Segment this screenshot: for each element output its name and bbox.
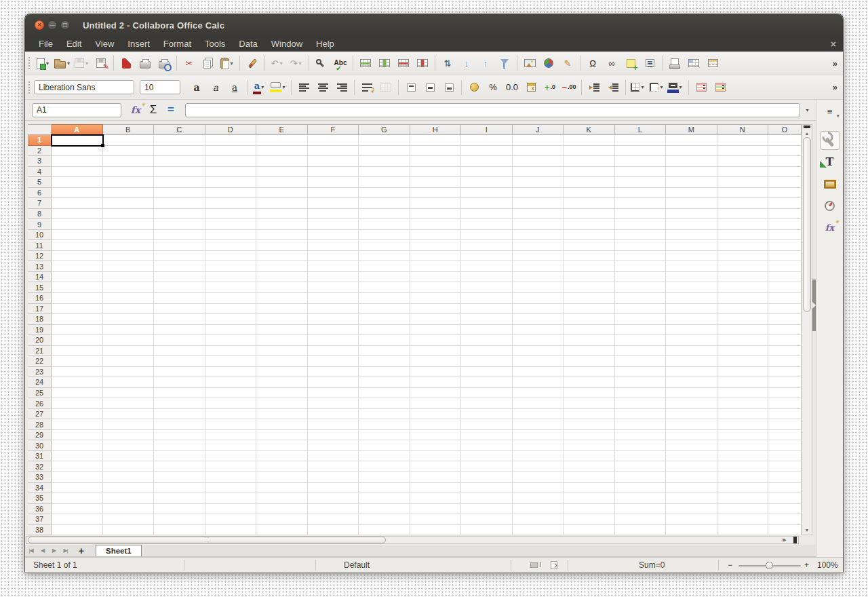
cell[interactable]: [564, 167, 615, 178]
cell[interactable]: [103, 272, 155, 283]
find-and-replace-button[interactable]: [313, 54, 330, 73]
cell[interactable]: [615, 398, 667, 409]
cell[interactable]: [768, 261, 802, 272]
menu-tools[interactable]: Tools: [198, 37, 232, 50]
zoom-level[interactable]: 100%: [817, 558, 838, 573]
cell[interactable]: [513, 251, 564, 262]
cell[interactable]: [666, 493, 717, 504]
cell[interactable]: [359, 335, 410, 346]
cell[interactable]: [666, 409, 717, 420]
zoom-out-button[interactable]: −: [728, 558, 732, 573]
cell[interactable]: [615, 188, 667, 199]
cell[interactable]: [717, 356, 769, 367]
cell[interactable]: [410, 451, 462, 462]
cell[interactable]: [564, 461, 615, 472]
cell[interactable]: [666, 388, 717, 399]
cell[interactable]: [461, 304, 513, 315]
cell[interactable]: [256, 282, 308, 293]
cell[interactable]: [666, 314, 717, 325]
cell[interactable]: [615, 135, 667, 146]
cell[interactable]: [461, 209, 513, 220]
cell[interactable]: [768, 483, 802, 494]
cell[interactable]: [513, 219, 564, 230]
cell[interactable]: [52, 377, 103, 388]
row-header-21[interactable]: 21: [28, 346, 52, 357]
select-all-corner[interactable]: [28, 124, 52, 135]
row-header-26[interactable]: 26: [28, 398, 52, 409]
decrease-indent-button[interactable]: [604, 78, 622, 96]
vertical-scrollbar-thumb[interactable]: [803, 137, 811, 312]
cell[interactable]: [513, 483, 564, 494]
cell[interactable]: [359, 409, 410, 420]
cell[interactable]: [103, 430, 155, 441]
menu-view[interactable]: View: [88, 37, 121, 50]
copy-button[interactable]: [199, 54, 217, 73]
cell[interactable]: [103, 377, 155, 388]
selection-sum[interactable]: Sum=0: [639, 558, 665, 573]
cell[interactable]: [717, 525, 769, 536]
cell[interactable]: [256, 335, 308, 346]
cell[interactable]: [205, 240, 257, 251]
insert-comment-button[interactable]: [622, 54, 639, 73]
row-header-5[interactable]: 5: [28, 177, 52, 188]
cell[interactable]: [768, 493, 802, 504]
cell[interactable]: [615, 219, 667, 230]
cell[interactable]: [513, 293, 564, 304]
cell[interactable]: [461, 188, 513, 199]
cell[interactable]: [103, 472, 155, 483]
cell[interactable]: [103, 440, 155, 451]
cell[interactable]: [103, 251, 155, 262]
cell[interactable]: [564, 240, 615, 251]
cell[interactable]: [154, 261, 205, 272]
cell[interactable]: [666, 272, 717, 283]
column-header-E[interactable]: E: [256, 124, 308, 135]
cell[interactable]: [154, 293, 205, 304]
split-window-button[interactable]: [704, 54, 722, 73]
menu-edit[interactable]: Edit: [60, 37, 88, 50]
cell[interactable]: [564, 398, 615, 409]
sheet-tab-sheet1[interactable]: Sheet1: [96, 545, 142, 556]
cell[interactable]: [513, 282, 564, 293]
cell[interactable]: [615, 198, 667, 209]
new-document-button[interactable]: ▾: [35, 54, 52, 73]
cell[interactable]: [717, 135, 769, 146]
cell[interactable]: [461, 409, 513, 420]
row-header-3[interactable]: 3: [28, 156, 52, 167]
cell[interactable]: [103, 367, 155, 378]
cell[interactable]: [103, 209, 155, 220]
cell[interactable]: [256, 514, 308, 525]
cell[interactable]: [513, 419, 564, 430]
cell[interactable]: [256, 261, 308, 272]
cell[interactable]: [564, 198, 615, 209]
cell[interactable]: [308, 525, 359, 536]
cell[interactable]: [205, 388, 257, 399]
cut-button[interactable]: ✂: [180, 54, 198, 73]
cell[interactable]: [513, 493, 564, 504]
zoom-slider[interactable]: [738, 565, 801, 566]
cell[interactable]: [103, 146, 155, 157]
cell[interactable]: [768, 451, 802, 462]
cell[interactable]: [154, 167, 205, 178]
row-header-24[interactable]: 24: [28, 377, 52, 388]
cell[interactable]: [461, 240, 513, 251]
cell[interactable]: [308, 514, 359, 525]
column-header-B[interactable]: B: [103, 124, 155, 135]
cell[interactable]: [717, 219, 769, 230]
cell[interactable]: [513, 314, 564, 325]
cell[interactable]: [564, 282, 615, 293]
cell[interactable]: [205, 493, 257, 504]
cell[interactable]: [513, 504, 564, 515]
cell[interactable]: [768, 272, 802, 283]
cell[interactable]: [513, 430, 564, 441]
cell[interactable]: [615, 177, 667, 188]
row-header-12[interactable]: 12: [28, 251, 52, 262]
insert-special-character-button[interactable]: Ω: [584, 54, 601, 73]
cell[interactable]: [768, 209, 802, 220]
cell[interactable]: [359, 240, 410, 251]
row-header-7[interactable]: 7: [28, 198, 52, 209]
cell[interactable]: [768, 146, 802, 157]
cell[interactable]: [359, 451, 410, 462]
cell[interactable]: [717, 272, 769, 283]
cell[interactable]: [513, 146, 564, 157]
cell[interactable]: [717, 293, 769, 304]
